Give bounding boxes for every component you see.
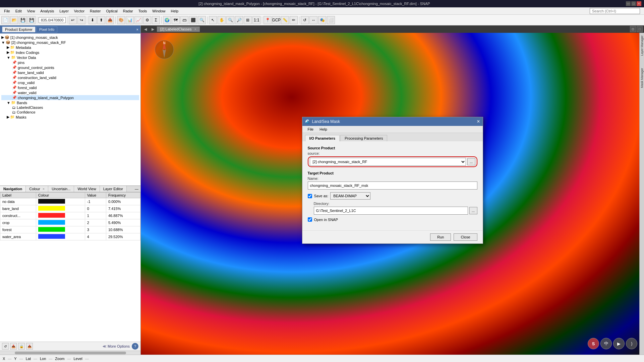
map-tab-nav-r[interactable]: ▶: [150, 26, 156, 32]
layer-button[interactable]: 🗃: [180, 16, 188, 24]
mask-manager-label[interactable]: Mask Manager: [640, 65, 644, 91]
pan-button[interactable]: ✋: [218, 16, 226, 24]
directory-input[interactable]: [314, 207, 468, 215]
save-as-select[interactable]: BEAM-DIMAP GeoTIFF NetCDF: [330, 192, 370, 200]
source-select[interactable]: [2] chongming_mosaic_stack_RF: [310, 158, 466, 166]
dialog-menu-file[interactable]: File: [305, 127, 316, 132]
export-colour-button[interactable]: 📤: [26, 343, 33, 350]
expand-button[interactable]: ⟩: [626, 338, 637, 349]
histogram-button[interactable]: 📈: [134, 16, 142, 24]
legend-row[interactable]: bare_land 0 7.415%: [0, 205, 140, 212]
close-button[interactable]: ✕: [637, 1, 641, 6]
tree-item-chongming-rf[interactable]: ▼ 📦 [2] chongming_mosaic_stack_RF: [1, 40, 139, 45]
color-button[interactable]: 🎨: [117, 16, 125, 24]
tree-item-chongming-stack[interactable]: ▶ 📦 [1] chongming_mosaic_stack: [1, 35, 139, 40]
menu-raster[interactable]: Raster: [87, 8, 103, 14]
pixel-button[interactable]: 🔍: [198, 16, 206, 24]
target-name-input[interactable]: [308, 182, 477, 190]
open-in-snap-checkbox[interactable]: [308, 217, 312, 222]
tree-item-pins[interactable]: 📌 pins: [1, 60, 139, 65]
tab-pixel-info[interactable]: Pixel Info: [36, 26, 57, 32]
map-tab-nav[interactable]: ◀: [142, 26, 149, 32]
zoom-fit-button[interactable]: ⊞: [244, 16, 252, 24]
map-canvas[interactable]: N 🌊 Land/Sea Mask ×: [141, 33, 644, 355]
map-maximize-button[interactable]: □: [637, 26, 643, 32]
colour-tab-close[interactable]: ×: [43, 187, 45, 191]
bottom-panel-collapse[interactable]: —: [133, 186, 140, 192]
source-browse-button[interactable]: ...: [467, 158, 475, 165]
tab-io-parameters[interactable]: I/O Parameters: [305, 135, 340, 141]
new-button[interactable]: 📄: [1, 16, 9, 24]
open-button[interactable]: 📂: [10, 16, 18, 24]
menu-radar[interactable]: Radar: [120, 8, 136, 14]
tree-item-labeled-classes[interactable]: 🗂 LabeledClasses: [1, 105, 139, 110]
import-colour-button[interactable]: 📥: [10, 343, 17, 350]
rotate-button[interactable]: ↺: [301, 16, 309, 24]
mask-button[interactable]: ⬛: [189, 16, 197, 24]
map-tab-close[interactable]: ×: [194, 27, 196, 31]
layer-manager-label[interactable]: Layer Manager: [640, 33, 644, 59]
legend-row[interactable]: no data -1 0.000%: [0, 198, 140, 205]
nav-button[interactable]: 🗺: [172, 16, 180, 24]
tree-item-water[interactable]: 📌 water_valid: [1, 90, 139, 95]
reset-button[interactable]: ↺: [2, 343, 9, 350]
tree-item-bands[interactable]: ▼ 📁 Bands: [1, 100, 139, 105]
tree-item-metadata[interactable]: ▶ 📁 Metadata: [1, 45, 139, 50]
redo-button[interactable]: ↪: [77, 16, 85, 24]
dialog-menu-help[interactable]: Help: [317, 127, 330, 132]
chinese-button[interactable]: 中: [600, 338, 612, 349]
zoom-100-button[interactable]: 1:1: [252, 16, 260, 24]
tab-processing-parameters[interactable]: Processing Parameters: [340, 135, 387, 141]
tree-item-bare-land[interactable]: 📌 bare_land_valid: [1, 70, 139, 75]
color-manip-button[interactable]: 🎭: [318, 16, 326, 24]
profile-button[interactable]: 📊: [126, 16, 134, 24]
menu-file[interactable]: File: [1, 8, 13, 14]
menu-window[interactable]: Window: [150, 8, 168, 14]
draw-button[interactable]: ✏: [290, 16, 298, 24]
maximize-button[interactable]: □: [631, 1, 636, 6]
save-all-button[interactable]: 💾: [27, 16, 36, 24]
zoom-out-button[interactable]: 🔎: [235, 16, 243, 24]
help-button[interactable]: ?: [132, 343, 138, 350]
menu-analysis[interactable]: Analysis: [38, 8, 57, 14]
legend-row[interactable]: crop 2 5.490%: [0, 219, 140, 226]
tree-item-polygon[interactable]: 📌 chongming_island_mask_Polygon: [1, 95, 139, 100]
minimize-button[interactable]: —: [626, 1, 631, 6]
world-view-button[interactable]: 🌍: [163, 16, 171, 24]
select-button[interactable]: ↖: [209, 16, 217, 24]
tab-navigation[interactable]: Navigation: [0, 186, 26, 192]
arrow-button[interactable]: ▶: [613, 338, 625, 349]
menu-optical[interactable]: Optical: [103, 8, 120, 14]
save-as-checkbox[interactable]: [308, 194, 312, 198]
stats-button[interactable]: Σ: [152, 16, 160, 24]
menu-layer[interactable]: Layer: [57, 8, 71, 14]
snap-s-button[interactable]: S: [588, 338, 599, 349]
legend-row[interactable]: construct... 1 46.887%: [0, 212, 140, 219]
tab-layer-editor[interactable]: Layer Editor: [100, 186, 127, 192]
tree-item-construction[interactable]: 📌 construction_land_valid: [1, 75, 139, 80]
more-options-btn[interactable]: ≪ More Options: [103, 344, 130, 349]
tree-item-index-codings[interactable]: ▶ 📁 Index Codings: [1, 50, 139, 55]
tab-uncertainty[interactable]: Uncertain...: [48, 186, 74, 192]
map-restore-button[interactable]: ⊡: [630, 26, 636, 32]
legend-row[interactable]: water_area 4 29.520%: [0, 233, 140, 240]
save-button[interactable]: 💾: [19, 16, 27, 24]
tree-item-masks[interactable]: ▶ 📁 Masks: [1, 115, 139, 120]
menu-view[interactable]: View: [24, 8, 38, 14]
tree-item-crop[interactable]: 📌 crop_valid: [1, 80, 139, 85]
tree-item-confidence[interactable]: 🗂 Confidence: [1, 110, 139, 115]
tree-item-gcp[interactable]: 📌 ground_control_points: [1, 65, 139, 70]
run-button[interactable]: Run: [430, 233, 451, 241]
pin-button[interactable]: 📍: [264, 16, 272, 24]
undo-button[interactable]: ↩: [69, 16, 77, 24]
legend-row[interactable]: forest 3 10.688%: [0, 226, 140, 233]
grayscale-button[interactable]: ⬜: [327, 16, 335, 24]
horizontal-scrollbar[interactable]: [0, 351, 140, 355]
dialog-close-button[interactable]: ×: [477, 119, 480, 124]
menu-vector[interactable]: Vector: [71, 8, 87, 14]
product-explorer-close[interactable]: ×: [136, 27, 138, 31]
dialog-close-btn[interactable]: Close: [454, 233, 477, 241]
tab-colour[interactable]: Colour ×: [26, 186, 48, 192]
menu-edit[interactable]: Edit: [13, 8, 24, 14]
zoom-in-button[interactable]: 🔍: [226, 16, 234, 24]
